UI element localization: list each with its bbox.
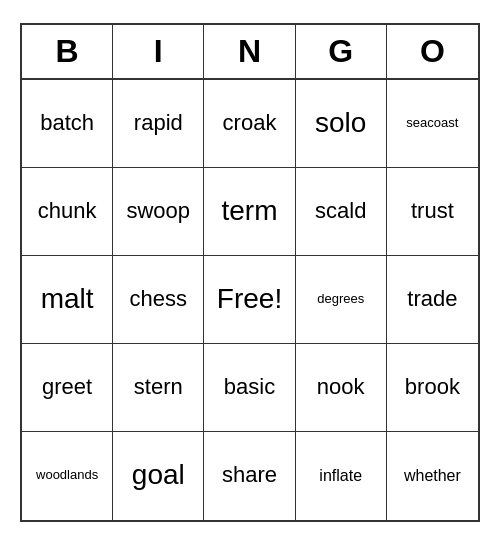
cell-r1-c4: trust [387,168,478,256]
cell-text-r3-c4: brook [405,375,460,399]
cell-r0-c1: rapid [113,80,204,168]
header-letter-N: N [204,25,295,78]
cell-text-r2-c1: chess [130,287,187,311]
header-letter-I: I [113,25,204,78]
cell-r4-c0: woodlands [22,432,113,520]
cell-r0-c2: croak [204,80,295,168]
cell-text-r2-c0: malt [41,284,94,315]
cell-text-r1-c0: chunk [38,199,97,223]
cell-text-r4-c2: share [222,463,277,487]
cell-text-r4-c3: inflate [319,467,362,485]
cell-r3-c2: basic [204,344,295,432]
cell-r1-c1: swoop [113,168,204,256]
cell-text-r2-c2: Free! [217,284,282,315]
cell-r3-c3: nook [296,344,387,432]
cell-text-r0-c4: seacoast [406,116,458,130]
cell-r3-c0: greet [22,344,113,432]
cell-r1-c2: term [204,168,295,256]
cell-text-r3-c0: greet [42,375,92,399]
cell-r0-c0: batch [22,80,113,168]
cell-text-r1-c4: trust [411,199,454,223]
cell-text-r3-c2: basic [224,375,275,399]
header-letter-G: G [296,25,387,78]
bingo-card: BINGO batchrapidcroaksoloseacoastchunksw… [20,23,480,522]
cell-text-r0-c2: croak [223,111,277,135]
cell-text-r1-c1: swoop [126,199,190,223]
bingo-header: BINGO [22,25,478,80]
cell-text-r2-c4: trade [407,287,457,311]
cell-text-r1-c3: scald [315,199,366,223]
cell-r2-c3: degrees [296,256,387,344]
cell-text-r4-c4: whether [404,467,461,485]
cell-r4-c4: whether [387,432,478,520]
cell-text-r3-c3: nook [317,375,365,399]
cell-text-r0-c1: rapid [134,111,183,135]
cell-text-r2-c3: degrees [317,292,364,306]
cell-r2-c4: trade [387,256,478,344]
cell-r2-c0: malt [22,256,113,344]
cell-text-r4-c1: goal [132,460,185,491]
cell-text-r3-c1: stern [134,375,183,399]
cell-r4-c3: inflate [296,432,387,520]
header-letter-B: B [22,25,113,78]
cell-r2-c2: Free! [204,256,295,344]
cell-text-r1-c2: term [221,196,277,227]
cell-r0-c3: solo [296,80,387,168]
cell-text-r4-c0: woodlands [36,468,98,482]
cell-r4-c1: goal [113,432,204,520]
cell-r3-c1: stern [113,344,204,432]
cell-text-r0-c0: batch [40,111,94,135]
cell-r2-c1: chess [113,256,204,344]
cell-r4-c2: share [204,432,295,520]
cell-r1-c3: scald [296,168,387,256]
header-letter-O: O [387,25,478,78]
bingo-grid: batchrapidcroaksoloseacoastchunkswoopter… [22,80,478,520]
cell-r3-c4: brook [387,344,478,432]
cell-r1-c0: chunk [22,168,113,256]
cell-text-r0-c3: solo [315,108,366,139]
cell-r0-c4: seacoast [387,80,478,168]
